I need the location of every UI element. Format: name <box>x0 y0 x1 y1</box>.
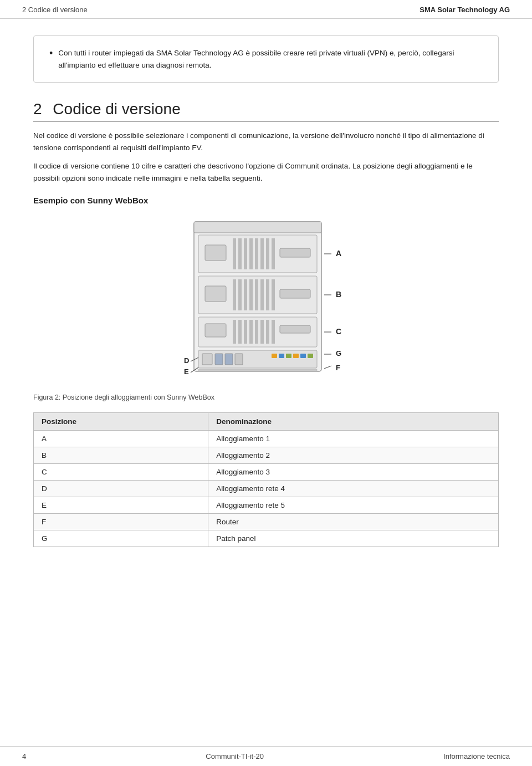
col-header-position: Posizione <box>34 413 208 431</box>
svg-rect-10 <box>272 238 275 269</box>
svg-rect-17 <box>238 279 242 310</box>
svg-rect-21 <box>260 279 264 310</box>
denomination-cell: Alloggiamento 3 <box>208 464 499 481</box>
table-row: EAlloggiamento rete 5 <box>34 497 499 514</box>
device-svg: A B <box>161 216 371 388</box>
section-para-1: Nel codice di versione è possibile selez… <box>33 130 499 155</box>
table-row: AAlloggiamento 1 <box>34 431 499 447</box>
denomination-cell: Router <box>208 514 499 530</box>
denomination-cell: Alloggiamento 1 <box>208 431 499 447</box>
page-header: 2 Codice di versione SMA Solar Technolog… <box>0 0 532 19</box>
page-footer: 4 Communit-TI-it-20 Informazione tecnica <box>0 746 532 766</box>
svg-rect-1 <box>194 222 321 233</box>
svg-rect-33 <box>255 320 258 344</box>
svg-rect-5 <box>244 238 247 269</box>
position-cell: D <box>34 481 208 497</box>
header-chapter: 2 Codice di versione <box>22 6 88 14</box>
svg-rect-60 <box>198 369 317 371</box>
footer-doc-type: Informazione tecnica <box>443 752 510 760</box>
svg-rect-16 <box>233 279 236 310</box>
svg-text:D: D <box>184 356 189 365</box>
page-content: • Con tutti i router impiegati da SMA So… <box>0 19 532 569</box>
svg-rect-29 <box>233 320 236 344</box>
svg-rect-32 <box>249 320 253 344</box>
svg-text:C: C <box>336 327 341 336</box>
svg-rect-49 <box>235 354 243 365</box>
intro-box: • Con tutti i router impiegati da SMA So… <box>33 35 499 83</box>
svg-rect-4 <box>238 238 242 269</box>
section-para-2: Il codice di versione contiene 10 cifre … <box>33 160 499 185</box>
svg-rect-34 <box>260 320 264 344</box>
position-cell: A <box>34 431 208 447</box>
svg-rect-11 <box>205 245 226 261</box>
example-title: Esempio con Sunny WebBox <box>33 196 499 205</box>
svg-rect-18 <box>244 279 247 310</box>
svg-line-59 <box>324 366 331 369</box>
svg-text:B: B <box>336 290 341 299</box>
svg-rect-31 <box>244 320 247 344</box>
svg-rect-3 <box>233 238 236 269</box>
svg-rect-46 <box>202 354 212 365</box>
table-row: CAlloggiamento 3 <box>34 464 499 481</box>
bullet-point: • Con tutti i router impiegati da SMA So… <box>49 47 483 71</box>
svg-rect-48 <box>225 354 233 365</box>
svg-rect-23 <box>272 279 275 310</box>
svg-rect-12 <box>280 248 310 257</box>
svg-text:E: E <box>184 367 189 376</box>
svg-rect-30 <box>238 320 242 344</box>
svg-rect-37 <box>205 324 226 337</box>
svg-rect-22 <box>266 279 269 310</box>
position-cell: E <box>34 497 208 514</box>
device-diagram: A B <box>33 216 499 388</box>
svg-rect-7 <box>255 238 258 269</box>
svg-rect-25 <box>280 289 310 298</box>
table-row: DAlloggiamento rete 4 <box>34 481 499 497</box>
col-header-denomination: Denominazione <box>208 413 499 431</box>
svg-rect-36 <box>272 320 275 344</box>
table-row: BAlloggiamento 2 <box>34 447 499 464</box>
svg-text:F: F <box>336 364 340 372</box>
position-cell: B <box>34 447 208 464</box>
svg-rect-8 <box>260 238 264 269</box>
svg-rect-6 <box>249 238 253 269</box>
position-cell: G <box>34 530 208 547</box>
svg-rect-55 <box>308 354 313 358</box>
svg-rect-47 <box>215 354 223 365</box>
positions-table: Posizione Denominazione AAlloggiamento 1… <box>33 412 499 547</box>
denomination-cell: Alloggiamento rete 5 <box>208 497 499 514</box>
table-row: GPatch panel <box>34 530 499 547</box>
figure-caption: Figura 2: Posizione degli alloggiamenti … <box>33 394 499 401</box>
section-title: 2 Codice di versione <box>33 100 499 122</box>
position-cell: F <box>34 514 208 530</box>
svg-rect-20 <box>255 279 258 310</box>
svg-rect-9 <box>266 238 269 269</box>
svg-rect-19 <box>249 279 253 310</box>
bullet-icon: • <box>49 47 53 60</box>
header-company: SMA Solar Technology AG <box>420 6 510 14</box>
svg-rect-52 <box>286 354 291 358</box>
intro-text: Con tutti i router impiegati da SMA Sola… <box>58 47 483 71</box>
footer-page-number: 4 <box>22 752 26 760</box>
svg-rect-51 <box>279 354 284 358</box>
svg-rect-38 <box>280 325 310 333</box>
svg-rect-50 <box>272 354 277 358</box>
denomination-cell: Patch panel <box>208 530 499 547</box>
svg-text:A: A <box>336 249 341 258</box>
denomination-cell: Alloggiamento rete 4 <box>208 481 499 497</box>
svg-rect-54 <box>300 354 306 358</box>
table-row: FRouter <box>34 514 499 530</box>
denomination-cell: Alloggiamento 2 <box>208 447 499 464</box>
svg-text:G: G <box>336 349 341 358</box>
position-cell: C <box>34 464 208 481</box>
svg-rect-35 <box>266 320 269 344</box>
section-body: Nel codice di versione è possibile selez… <box>33 130 499 185</box>
svg-rect-24 <box>205 286 226 302</box>
svg-rect-53 <box>293 354 299 358</box>
footer-doc-id: Communit-TI-it-20 <box>206 752 264 760</box>
